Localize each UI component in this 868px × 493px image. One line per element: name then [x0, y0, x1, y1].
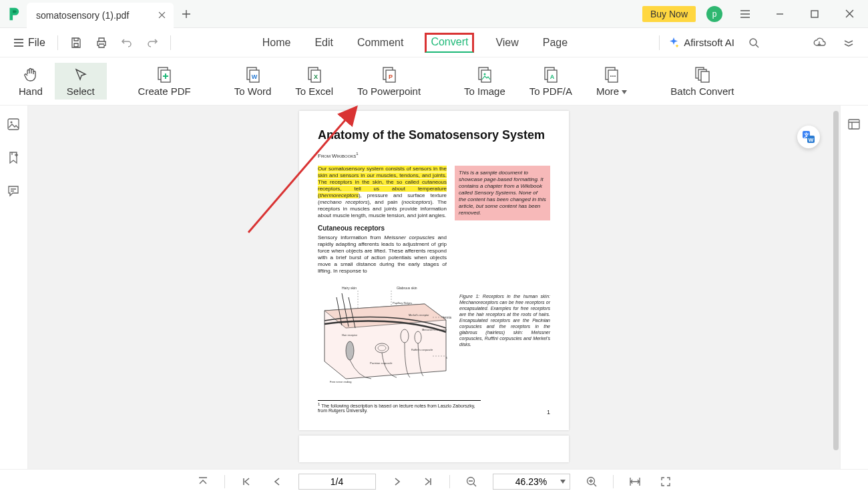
last-page-button[interactable] — [419, 472, 437, 491]
titlebar: somatosensory (1).pdf Buy Now p — [0, 0, 868, 28]
body-paragraph: Sensory information from Meissner corpus… — [318, 234, 447, 275]
svg-point-15 — [483, 73, 485, 75]
workspace: Anatomy of the Somatosensory System From… — [0, 106, 868, 469]
word-icon: W — [244, 65, 262, 84]
create-pdf-label: Create PDF — [138, 86, 191, 97]
svg-text:Papillary Ridges: Papillary Ridges — [393, 301, 412, 305]
svg-point-22 — [612, 75, 614, 77]
svg-text:X: X — [314, 73, 318, 80]
minimize-button[interactable] — [768, 4, 792, 24]
user-avatar[interactable]: p — [706, 6, 722, 22]
excel-icon: X — [305, 65, 324, 84]
to-word-label: To Word — [234, 86, 272, 97]
ai-button[interactable]: Afirstsoft AI — [668, 37, 734, 49]
chevron-down-icon — [560, 480, 566, 484]
pdfa-icon: A — [541, 65, 560, 84]
document-canvas[interactable]: Anatomy of the Somatosensory System From… — [28, 106, 840, 469]
vertical-scrollbar[interactable] — [833, 111, 839, 450]
pdf-page-next — [299, 436, 569, 462]
svg-point-28 — [10, 122, 12, 124]
buy-now-button[interactable]: Buy Now — [642, 6, 696, 22]
save-button[interactable] — [66, 33, 86, 53]
next-page-button[interactable] — [388, 472, 407, 491]
scroll-top-button[interactable] — [194, 472, 212, 491]
svg-rect-0 — [811, 11, 818, 17]
to-powerpoint-button[interactable]: P To Powerpoint — [345, 63, 433, 100]
menu-edit[interactable]: Edit — [312, 33, 336, 53]
file-menu[interactable]: File — [9, 34, 49, 51]
pdf-page: Anatomy of the Somatosensory System From… — [299, 111, 569, 430]
to-pdfa-button[interactable]: A To PDF/A — [517, 63, 584, 100]
tab-title: somatosensory (1).pdf — [36, 10, 129, 21]
divider — [170, 35, 171, 50]
main-toolbar: File Home Edit Comment Convert View Page… — [0, 28, 868, 57]
prev-page-button[interactable] — [268, 472, 286, 491]
hand-tool[interactable]: Hand — [7, 63, 55, 100]
zoom-level-select[interactable]: 46.23% — [493, 474, 570, 490]
undo-button[interactable] — [117, 33, 137, 53]
cursor-icon — [71, 65, 90, 84]
first-page-button[interactable] — [237, 472, 256, 491]
batch-convert-button[interactable]: Batch Convert — [658, 63, 746, 100]
svg-text:W: W — [251, 73, 257, 80]
select-tool[interactable]: Select — [55, 63, 107, 100]
comments-panel-button[interactable] — [7, 184, 21, 199]
source-line: From Wikibooks1 — [318, 152, 550, 159]
menu-comment[interactable]: Comment — [355, 33, 406, 53]
search-button[interactable] — [744, 33, 764, 53]
more-icon — [602, 65, 621, 84]
menu-view[interactable]: View — [493, 33, 521, 53]
fit-width-button[interactable] — [626, 472, 644, 491]
more-convert-button[interactable]: More — [584, 63, 639, 100]
svg-point-21 — [610, 75, 612, 77]
hamburger-icon — [13, 38, 24, 47]
to-image-button[interactable]: To Image — [452, 63, 517, 100]
to-pdfa-label: To PDF/A — [529, 86, 572, 97]
document-tabs: somatosensory (1).pdf — [27, 0, 199, 28]
divider — [613, 475, 614, 488]
close-window-button[interactable] — [837, 4, 861, 24]
translate-badge[interactable]: 文W — [797, 126, 820, 148]
svg-point-1 — [750, 39, 756, 45]
fit-page-button[interactable] — [656, 472, 675, 491]
print-button[interactable] — [91, 33, 112, 53]
select-label: Select — [67, 86, 95, 97]
svg-text:Hair receptor: Hair receptor — [342, 333, 358, 337]
svg-rect-49 — [849, 120, 859, 129]
toolbar-right: Afirstsoft AI — [668, 33, 859, 53]
menu-home[interactable]: Home — [260, 33, 294, 53]
zoom-out-button[interactable] — [462, 472, 481, 491]
maximize-button[interactable] — [803, 4, 827, 24]
page-indicator-input[interactable] — [298, 474, 376, 490]
batch-label: Batch Convert — [670, 86, 734, 97]
create-pdf-button[interactable]: Create PDF — [126, 63, 203, 100]
batch-icon — [693, 65, 712, 84]
to-word-button[interactable]: W To Word — [222, 63, 284, 100]
divider — [449, 475, 450, 488]
skin-diagram: Hairy skin Glabrous skin Epidermis Dermi… — [318, 284, 451, 388]
menu-convert[interactable]: Convert — [425, 33, 474, 53]
document-tab[interactable]: somatosensory (1).pdf — [27, 3, 174, 28]
thumbnails-panel-button[interactable] — [7, 118, 21, 132]
properties-panel-button[interactable] — [847, 118, 862, 132]
create-pdf-icon — [155, 65, 174, 84]
chevron-down-icon — [622, 90, 627, 94]
powerpoint-icon: P — [380, 65, 399, 84]
zoom-in-button[interactable] — [582, 472, 601, 491]
bookmarks-panel-button[interactable] — [7, 151, 21, 166]
intro-paragraph: Our somatosensory system consists of sen… — [318, 166, 447, 219]
svg-text:Pacinian corpuscle: Pacinian corpuscle — [370, 361, 393, 365]
svg-rect-26 — [701, 71, 709, 82]
menu-icon[interactable] — [733, 4, 757, 24]
cloud-button[interactable] — [809, 33, 829, 53]
svg-text:Ruffini's corpuscle: Ruffini's corpuscle — [411, 348, 433, 351]
redo-button[interactable] — [142, 33, 162, 53]
file-label: File — [28, 37, 45, 49]
sample-notice-box: This is a sample document to showcase pa… — [455, 166, 550, 220]
page-number: 1 — [547, 409, 550, 416]
tab-close-button[interactable] — [156, 10, 167, 21]
new-tab-button[interactable] — [174, 0, 199, 28]
collapse-ribbon-button[interactable] — [839, 33, 859, 53]
to-excel-button[interactable]: X To Excel — [283, 63, 345, 100]
menu-page[interactable]: Page — [540, 33, 570, 53]
